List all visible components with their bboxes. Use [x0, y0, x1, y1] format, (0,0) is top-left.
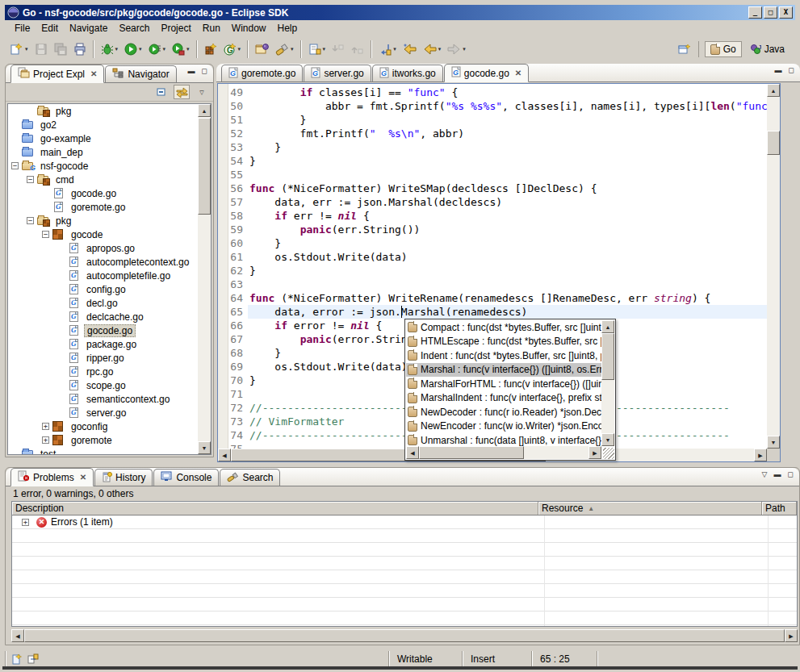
problems-tab-problems[interactable]: Problems✕ [10, 468, 94, 486]
open-resource-button[interactable] [253, 40, 271, 58]
menu-project[interactable]: Project [155, 21, 196, 35]
open-perspective-button[interactable] [676, 42, 693, 56]
code-line-57[interactable]: 57 data, err := json.Marshal(decldescs) [218, 195, 767, 209]
popup-scroll-right[interactable]: ▶ [588, 446, 601, 459]
popup-hscrollbar[interactable]: ◀ ▶ [406, 446, 601, 459]
view-menu-icon[interactable]: ▽ [760, 470, 769, 479]
explorer-tab-project-expl[interactable]: Project Expl✕ [10, 65, 104, 83]
tree-item-gocode-go[interactable]: gocode.go [8, 323, 198, 337]
dropdown-arrow-icon[interactable]: ▾ [186, 46, 190, 52]
search-toolbar-button[interactable]: ▾ [273, 40, 296, 58]
popup-scroll-down[interactable]: ▼ [601, 433, 614, 446]
dropdown-arrow-icon[interactable]: ▾ [393, 46, 396, 52]
problems-tab-history[interactable]: History [94, 469, 153, 486]
back-button[interactable]: ▾ [421, 40, 444, 58]
popup-scroll-left[interactable]: ◀ [406, 446, 419, 459]
tree-item-test[interactable]: test [8, 447, 198, 454]
code-line-61[interactable]: 61 os.Stdout.Write(data) [218, 250, 767, 264]
tree-item-main-dep[interactable]: main_dep [8, 145, 198, 159]
tree-item-go-example[interactable]: go-example [8, 131, 198, 145]
run-button[interactable]: ▾ [122, 40, 145, 58]
problems-tab-console[interactable]: Console [153, 469, 219, 486]
code-line-63[interactable]: 63 [218, 278, 767, 291]
print-button[interactable] [71, 40, 89, 58]
tree-scroll-up[interactable]: ▲ [198, 104, 211, 117]
editor-scroll-left[interactable]: ◀ [218, 449, 231, 461]
menu-edit[interactable]: Edit [36, 21, 64, 35]
editor-scroll-down[interactable]: ▼ [767, 436, 780, 449]
new-go-package-button[interactable] [202, 40, 220, 58]
close-button[interactable]: X [779, 6, 793, 19]
code-line-49[interactable]: 49 if classes[i] == "func" { [218, 86, 767, 99]
tree-scroll-thumb[interactable] [198, 118, 211, 215]
tab-close-icon[interactable]: ✕ [515, 69, 521, 77]
dropdown-arrow-icon[interactable]: ▾ [291, 46, 294, 52]
tree-expander-icon[interactable]: − [42, 231, 49, 238]
run-history-button[interactable]: ▾ [146, 40, 169, 58]
maximize-button[interactable]: □ [764, 6, 777, 19]
tree-expander-icon[interactable]: + [42, 423, 49, 430]
row-expander-icon[interactable]: + [22, 519, 29, 526]
maximize-view-icon[interactable]: ◻ [199, 67, 209, 76]
code-line-55[interactable]: 55 [218, 168, 767, 182]
dropdown-arrow-icon[interactable]: ▾ [238, 46, 241, 52]
code-line-56[interactable]: 56func (*NiceFormatter) WriteSMap(declde… [218, 182, 767, 195]
completion-item-indent[interactable]: Indent : func(dst *bytes.Buffer, src []u… [406, 349, 601, 363]
debug-button[interactable]: ▾ [98, 40, 121, 58]
tab-close-icon[interactable]: ✕ [90, 69, 97, 78]
external-tools-button[interactable]: ▾ [170, 40, 192, 58]
popup-vscroll-thumb[interactable] [601, 333, 614, 380]
minimize-view-icon[interactable]: ▬ [773, 470, 782, 479]
editor-tab-gocode-go[interactable]: Ggocode.go✕ [444, 64, 529, 82]
completion-item-unmarshal[interactable]: Unmarshal : func(data []uint8, v interfa… [406, 433, 601, 446]
tree-item-go2[interactable]: go2 [8, 118, 198, 131]
editor-tab-goremote-go[interactable]: Ggoremote.go [221, 65, 303, 81]
code-line-51[interactable]: 51 } [218, 113, 767, 127]
tree-scrollbar[interactable]: ▲ ▼ [198, 104, 211, 454]
perspective-go-button[interactable]: Go [705, 41, 742, 57]
minimize-button[interactable]: _ [748, 6, 762, 19]
tree-item-config-go[interactable]: config.go [8, 282, 198, 296]
dropdown-arrow-icon[interactable]: ▾ [139, 46, 142, 52]
code-line-65[interactable]: 65 data, error := json.Marshal(renamedes… [218, 305, 767, 319]
popup-hscroll-thumb[interactable] [419, 446, 524, 459]
tab-close-icon[interactable]: ✕ [80, 473, 86, 482]
completion-item-htmlescape[interactable]: HTMLEscape : func(dst *bytes.Buffer, src… [406, 335, 601, 349]
maximize-view-icon[interactable]: ◻ [786, 66, 796, 75]
maximize-view-icon[interactable]: ◻ [785, 470, 795, 479]
menu-navigate[interactable]: Navigate [64, 21, 113, 35]
minimize-view-icon[interactable]: ▬ [773, 66, 783, 75]
tree-item-server-go[interactable]: server.go [8, 406, 198, 419]
problems-scroll-left[interactable]: ◀ [11, 629, 24, 642]
completion-item-marshal[interactable]: Marshal : func(v interface{}) ([]uint8, … [406, 363, 601, 378]
code-line-60[interactable]: 60 } [218, 236, 767, 250]
menu-window[interactable]: Window [226, 21, 272, 35]
new-wizard-button[interactable]: ▾ [7, 40, 31, 58]
menu-search[interactable]: Search [113, 21, 155, 35]
tree-item-ripper-go[interactable]: ripper.go [8, 351, 198, 365]
tree-item-goremote[interactable]: +goremote [8, 433, 198, 447]
perspective-java-button[interactable]: JJava [744, 41, 790, 57]
dropdown-arrow-icon[interactable]: ▾ [438, 46, 442, 52]
explorer-tab-navigator[interactable]: Navigator [105, 65, 176, 82]
editor-vscrollbar[interactable]: ▲ ▼ [767, 84, 780, 449]
view-menu-button[interactable]: ▽ [194, 85, 210, 99]
menu-file[interactable]: File [9, 21, 36, 35]
tree-item-goremote-go[interactable]: goremote.go [8, 200, 198, 214]
link-with-editor-button[interactable] [174, 85, 190, 99]
tree-item-pkg[interactable]: pkg [8, 104, 198, 118]
editor-scroll-up[interactable]: ▲ [767, 84, 780, 97]
code-line-53[interactable]: 53 } [218, 140, 767, 154]
tree-item-nsf-gocode[interactable]: −Gnsf-gocode [8, 159, 198, 173]
dropdown-arrow-icon[interactable]: ▾ [115, 46, 119, 52]
problems-hscroll-thumb[interactable] [24, 629, 785, 642]
tree-item-semanticcontext-go[interactable]: semanticcontext.go [8, 392, 198, 406]
tree-item-package-go[interactable]: package.go [8, 337, 198, 351]
completion-item-newencoder[interactable]: NewEncoder : func(w io.Writer) *json.Enc… [406, 419, 601, 434]
toggle-mark-occurrences-button[interactable]: ▾ [306, 40, 329, 58]
column-header-resource[interactable]: Resource▲ [538, 502, 762, 515]
tree-item-declcache-go[interactable]: declcache.go [8, 310, 198, 323]
menu-help[interactable]: Help [272, 21, 304, 35]
tree-expander-icon[interactable]: − [27, 217, 34, 224]
completion-item-newdecoder[interactable]: NewDecoder : func(r io.Reader) *json.Dec… [406, 405, 601, 419]
